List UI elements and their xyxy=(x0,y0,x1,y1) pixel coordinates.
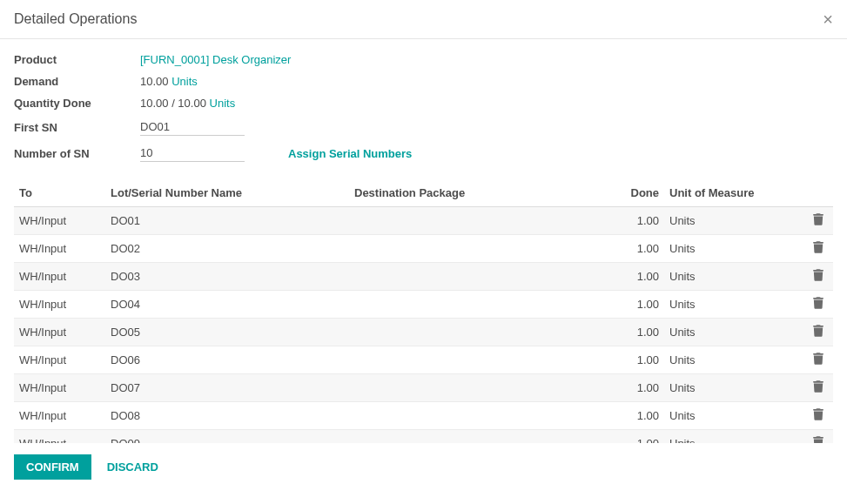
cell-lot[interactable]: DO07 xyxy=(105,374,349,402)
cell-trash xyxy=(803,263,833,291)
trash-icon[interactable] xyxy=(813,213,823,225)
cell-done[interactable]: 1.00 xyxy=(612,263,664,291)
cell-done[interactable]: 1.00 xyxy=(612,207,664,235)
row-product: Product [FURN_0001] Desk Organizer xyxy=(14,53,833,66)
trash-icon[interactable] xyxy=(813,269,823,281)
trash-icon[interactable] xyxy=(813,241,823,253)
cell-uom[interactable]: Units xyxy=(664,374,803,402)
input-num-sn[interactable] xyxy=(140,144,245,162)
cell-done[interactable]: 1.00 xyxy=(612,346,664,374)
cell-uom[interactable]: Units xyxy=(664,207,803,235)
cell-dest[interactable] xyxy=(349,235,612,263)
table-row[interactable]: WH/InputDO091.00Units xyxy=(14,430,833,444)
row-first-sn: First SN xyxy=(14,118,833,136)
label-qty-done: Quantity Done xyxy=(14,97,140,110)
th-lot[interactable]: Lot/Serial Number Name xyxy=(105,179,349,207)
cell-to[interactable]: WH/Input xyxy=(14,207,105,235)
value-product[interactable]: [FURN_0001] Desk Organizer xyxy=(140,53,291,66)
cell-dest[interactable] xyxy=(349,374,612,402)
cell-done[interactable]: 1.00 xyxy=(612,430,664,444)
cell-trash xyxy=(803,235,833,263)
trash-icon[interactable] xyxy=(813,408,823,420)
cell-uom[interactable]: Units xyxy=(664,430,803,444)
close-button[interactable]: × xyxy=(823,10,833,28)
cell-trash xyxy=(803,319,833,346)
cell-done[interactable]: 1.00 xyxy=(612,374,664,402)
cell-lot[interactable]: DO09 xyxy=(105,430,349,444)
label-first-sn: First SN xyxy=(14,121,140,134)
value-demand: 10.00 Units xyxy=(140,75,198,88)
trash-icon[interactable] xyxy=(813,380,823,393)
assign-serial-numbers-link[interactable]: Assign Serial Numbers xyxy=(288,147,412,160)
cell-uom[interactable]: Units xyxy=(664,291,803,319)
trash-icon[interactable] xyxy=(813,325,823,337)
th-to[interactable]: To xyxy=(14,179,105,207)
modal-body: Product [FURN_0001] Desk Organizer Deman… xyxy=(0,39,847,443)
value-qty-done: 10.00 / 10.00 Units xyxy=(140,97,235,110)
cell-dest[interactable] xyxy=(349,291,612,319)
table-row[interactable]: WH/InputDO011.00Units xyxy=(14,207,833,235)
cell-lot[interactable]: DO04 xyxy=(105,291,349,319)
row-qty-done: Quantity Done 10.00 / 10.00 Units xyxy=(14,97,833,110)
table-row[interactable]: WH/InputDO051.00Units xyxy=(14,319,833,346)
cell-dest[interactable] xyxy=(349,402,612,430)
cell-lot[interactable]: DO03 xyxy=(105,263,349,291)
cell-dest[interactable] xyxy=(349,263,612,291)
label-demand: Demand xyxy=(14,75,140,88)
modal-title: Detailed Operations xyxy=(14,11,137,27)
cell-lot[interactable]: DO05 xyxy=(105,319,349,346)
cell-trash xyxy=(803,346,833,374)
cell-done[interactable]: 1.00 xyxy=(612,402,664,430)
table-row[interactable]: WH/InputDO081.00Units xyxy=(14,402,833,430)
table-row[interactable]: WH/InputDO031.00Units xyxy=(14,263,833,291)
cell-lot[interactable]: DO08 xyxy=(105,402,349,430)
cell-lot[interactable]: DO02 xyxy=(105,235,349,263)
trash-icon[interactable] xyxy=(813,353,823,365)
cell-to[interactable]: WH/Input xyxy=(14,291,105,319)
cell-lot[interactable]: DO01 xyxy=(105,207,349,235)
th-done[interactable]: Done xyxy=(612,179,664,207)
cell-done[interactable]: 1.00 xyxy=(612,291,664,319)
cell-lot[interactable]: DO06 xyxy=(105,346,349,374)
cell-uom[interactable]: Units xyxy=(664,319,803,346)
cell-to[interactable]: WH/Input xyxy=(14,319,105,346)
cell-uom[interactable]: Units xyxy=(664,263,803,291)
cell-to[interactable]: WH/Input xyxy=(14,430,105,444)
demand-units[interactable]: Units xyxy=(171,75,198,88)
qty-done-text: 10.00 / 10.00 xyxy=(140,97,206,110)
modal-header: Detailed Operations × xyxy=(0,0,847,39)
cell-dest[interactable] xyxy=(349,207,612,235)
cell-to[interactable]: WH/Input xyxy=(14,374,105,402)
cell-to[interactable]: WH/Input xyxy=(14,235,105,263)
cell-trash xyxy=(803,207,833,235)
qty-done-units[interactable]: Units xyxy=(210,97,236,110)
cell-uom[interactable]: Units xyxy=(664,346,803,374)
cell-dest[interactable] xyxy=(349,346,612,374)
cell-uom[interactable]: Units xyxy=(664,402,803,430)
serial-table: To Lot/Serial Number Name Destination Pa… xyxy=(14,179,833,443)
cell-to[interactable]: WH/Input xyxy=(14,402,105,430)
confirm-button[interactable]: Confirm xyxy=(14,454,91,480)
cell-dest[interactable] xyxy=(349,430,612,444)
cell-done[interactable]: 1.00 xyxy=(612,319,664,346)
cell-to[interactable]: WH/Input xyxy=(14,346,105,374)
cell-done[interactable]: 1.00 xyxy=(612,235,664,263)
form-section: Product [FURN_0001] Desk Organizer Deman… xyxy=(14,53,833,162)
cell-trash xyxy=(803,402,833,430)
th-uom[interactable]: Unit of Measure xyxy=(664,179,803,207)
cell-uom[interactable]: Units xyxy=(664,235,803,263)
trash-icon[interactable] xyxy=(813,436,823,443)
table-row[interactable]: WH/InputDO071.00Units xyxy=(14,374,833,402)
label-num-sn: Number of SN xyxy=(14,147,140,160)
cell-trash xyxy=(803,291,833,319)
trash-icon[interactable] xyxy=(813,297,823,309)
input-first-sn[interactable] xyxy=(140,118,245,136)
table-row[interactable]: WH/InputDO041.00Units xyxy=(14,291,833,319)
table-row[interactable]: WH/InputDO021.00Units xyxy=(14,235,833,263)
discard-button[interactable]: Discard xyxy=(95,454,171,480)
cell-dest[interactable] xyxy=(349,319,612,346)
th-dest[interactable]: Destination Package xyxy=(349,179,612,207)
table-row[interactable]: WH/InputDO061.00Units xyxy=(14,346,833,374)
row-num-sn: Number of SN Assign Serial Numbers xyxy=(14,144,833,162)
cell-to[interactable]: WH/Input xyxy=(14,263,105,291)
